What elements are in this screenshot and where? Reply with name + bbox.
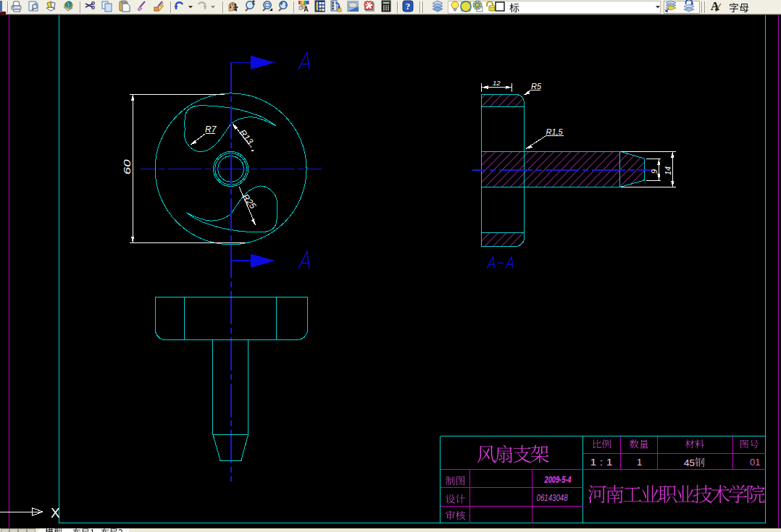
svg-text:R5: R5 [531, 82, 542, 90]
svg-text:?: ? [406, 1, 411, 12]
svg-text:9: 9 [650, 169, 659, 174]
svg-text:1 : 1: 1 : 1 [590, 457, 613, 468]
svg-text:R1,5: R1,5 [546, 127, 564, 136]
svg-text:45: 45 [684, 457, 695, 468]
svg-text:60: 60 [122, 159, 133, 174]
svg-text:1: 1 [637, 457, 642, 468]
svg-text:12: 12 [493, 79, 501, 87]
svg-text:01: 01 [750, 457, 760, 468]
svg-text:06143048: 06143048 [537, 493, 568, 503]
svg-text:14: 14 [664, 166, 672, 175]
svg-text:X: X [51, 505, 60, 520]
svg-text:R7: R7 [205, 124, 217, 135]
svg-text:2009-5-4: 2009-5-4 [544, 475, 572, 485]
